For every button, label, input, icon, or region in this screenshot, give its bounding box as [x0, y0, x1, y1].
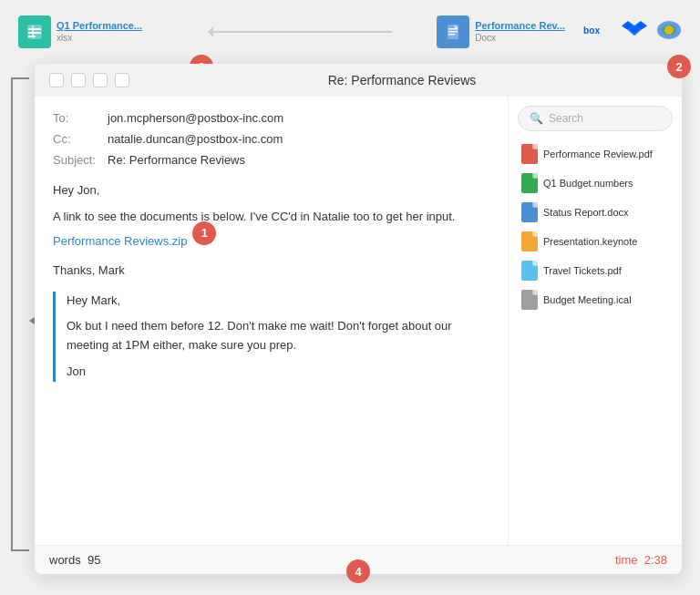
email-content: To: jon.mcpherson@postbox-inc.com Cc: na…	[35, 97, 509, 545]
cc-label: Cc:	[53, 132, 108, 146]
document-icon	[437, 15, 469, 48]
tool-item-2[interactable]: Performance Rev... Docx	[437, 15, 565, 48]
footer-words: words 95	[49, 553, 100, 567]
svg-text:box: box	[583, 26, 601, 36]
tool-1-main: Q1 Performance...	[57, 20, 142, 32]
window-btn-3[interactable]	[93, 73, 108, 87]
window-btn-4[interactable]	[115, 73, 129, 87]
cc-field: Cc: natalie.duncan@postbox-inc.com	[53, 132, 489, 146]
svg-rect-8	[448, 34, 455, 36]
file-icon	[521, 202, 538, 222]
svg-rect-7	[448, 31, 458, 33]
file-icon	[521, 290, 538, 310]
gdrive-service[interactable]	[656, 17, 682, 46]
to-label: To:	[53, 111, 108, 125]
dropbox-logo	[622, 17, 647, 43]
svg-rect-2	[28, 32, 41, 34]
dropbox-service[interactable]	[622, 17, 647, 46]
email-greeting: Hey Jon,	[53, 181, 489, 200]
spreadsheet-icon	[18, 15, 51, 48]
quoted-reply: Hey Mark, Ok but I need them before 12. …	[53, 292, 489, 382]
file-item[interactable]: Performance Review.pdf	[518, 140, 673, 168]
gdrive-logo	[656, 17, 682, 43]
email-signature: Thanks, Mark	[53, 263, 489, 277]
reply-text: Ok but I need them before 12. Don't make…	[67, 317, 489, 355]
email-title: Re: Performance Reviews	[137, 73, 667, 87]
svg-rect-1	[28, 28, 41, 30]
email-sidebar: 🔍 Search Performance Review.pdfQ1 Budget…	[509, 97, 682, 545]
file-icon	[521, 144, 538, 164]
email-window: 3 2 Re: Performance Reviews To: jon.mcph…	[35, 64, 682, 574]
search-box[interactable]: 🔍 Search	[518, 106, 673, 131]
badge-1: 1	[192, 221, 216, 245]
cc-value: natalie.duncan@postbox-inc.com	[108, 132, 283, 146]
reply-name: Jon	[67, 363, 489, 382]
cloud-services: box	[583, 15, 682, 48]
tool-1-sub: xlsx	[57, 33, 142, 44]
performance-reviews-link[interactable]: Performance Reviews.zip	[53, 234, 187, 248]
window-btn-1[interactable]	[49, 73, 64, 87]
reply-greeting: Hey Mark,	[67, 292, 489, 311]
file-icon	[521, 173, 538, 193]
email-body-text: A link to see the documents is below. I'…	[53, 208, 489, 227]
svg-rect-6	[448, 28, 458, 30]
footer-time: time 2:38	[615, 553, 667, 567]
file-name: Q1 Budget.numbers	[543, 178, 633, 189]
box-service[interactable]: box	[583, 15, 612, 48]
file-icon	[521, 261, 538, 281]
to-value: jon.mcpherson@postbox-inc.com	[108, 111, 283, 125]
left-bracket	[11, 77, 29, 551]
search-icon: 🔍	[530, 112, 543, 125]
tool-item-1[interactable]: Q1 Performance... xlsx	[18, 15, 142, 48]
subject-value: Re: Performance Reviews	[108, 153, 245, 167]
file-name: Presentation.keynote	[543, 236, 637, 247]
file-name: Performance Review.pdf	[543, 149, 653, 159]
email-footer: words 95 4 time 2:38	[35, 545, 682, 574]
tool-2-sub: Docx	[475, 33, 565, 44]
svg-rect-4	[32, 26, 34, 38]
file-name: Budget Meeting.ical	[543, 294, 632, 305]
arrow-line	[210, 31, 392, 33]
window-btn-2[interactable]	[71, 73, 86, 87]
file-name: Status Report.docx	[543, 207, 629, 218]
subject-field: Subject: Re: Performance Reviews	[53, 153, 489, 167]
badge-4: 4	[346, 559, 370, 583]
file-item[interactable]: Presentation.keynote	[518, 228, 673, 255]
email-header: Re: Performance Reviews	[35, 64, 682, 97]
file-list: Performance Review.pdfQ1 Budget.numbersS…	[518, 140, 673, 313]
link-wrapper: Performance Reviews.zip 1	[53, 227, 187, 249]
svg-point-17	[664, 26, 674, 35]
file-item[interactable]: Budget Meeting.ical	[518, 286, 673, 313]
words-value: 95	[88, 553, 100, 567]
to-field: To: jon.mcpherson@postbox-inc.com	[53, 111, 489, 125]
top-toolbar: Q1 Performance... xlsx Performance Rev..…	[0, 0, 700, 64]
badge-2: 2	[667, 55, 691, 78]
search-placeholder: Search	[549, 112, 583, 125]
file-icon	[521, 231, 538, 251]
tool-1-label: Q1 Performance... xlsx	[57, 20, 142, 43]
file-item[interactable]: Travel Tickets.pdf	[518, 257, 673, 284]
email-body: To: jon.mcpherson@postbox-inc.com Cc: na…	[35, 97, 682, 545]
file-name: Travel Tickets.pdf	[543, 265, 622, 276]
tool-2-label: Performance Rev... Docx	[475, 20, 565, 43]
box-logo: box	[583, 15, 612, 45]
subject-label: Subject:	[53, 153, 108, 167]
words-label: words	[49, 553, 81, 567]
time-value: 2:38	[644, 553, 667, 567]
file-item[interactable]: Status Report.docx	[518, 199, 673, 226]
arrow-area	[164, 31, 437, 33]
time-label: time	[615, 553, 638, 567]
file-item[interactable]: Q1 Budget.numbers	[518, 169, 673, 197]
tool-2-main: Performance Rev...	[475, 20, 565, 32]
